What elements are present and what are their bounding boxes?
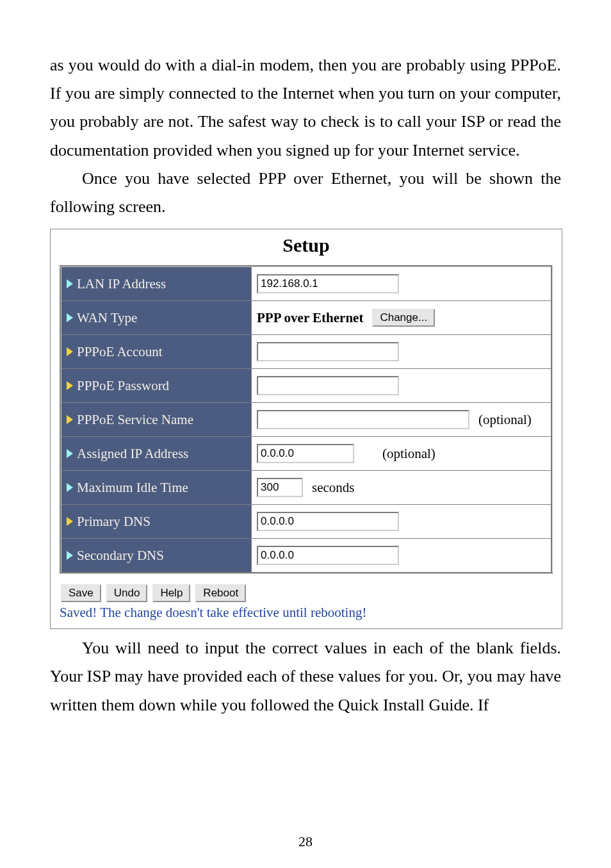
paragraph-1: as you would do with a dial-in modem, th…	[50, 51, 561, 165]
value-assigned-ip: (optional)	[252, 437, 552, 471]
label-wan-type: WAN Type	[61, 301, 252, 335]
label-text: Assigned IP Address	[77, 446, 188, 462]
label-max-idle: Maximum Idle Time	[61, 471, 252, 505]
label-text: WAN Type	[77, 310, 137, 326]
label-text: Maximum Idle Time	[77, 480, 188, 496]
triangle-right-icon	[67, 449, 73, 458]
value-primary-dns	[252, 505, 552, 539]
assigned-ip-input[interactable]	[257, 444, 354, 463]
label-secondary-dns: Secondary DNS	[61, 539, 252, 573]
label-text: Primary DNS	[77, 514, 151, 530]
svg-marker-6	[67, 483, 73, 492]
pppoe-password-input[interactable]	[257, 376, 399, 395]
setup-inner: LAN IP Address WAN Type	[51, 265, 562, 628]
triangle-right-icon	[67, 279, 73, 288]
primary-dns-input[interactable]	[257, 512, 399, 531]
label-primary-dns: Primary DNS	[61, 505, 252, 539]
paragraph-2: Once you have selected PPP over Ethernet…	[50, 165, 561, 221]
value-secondary-dns	[252, 539, 552, 573]
reboot-button[interactable]: Reboot	[195, 584, 246, 602]
row-max-idle: Maximum Idle Time seconds	[61, 471, 552, 505]
svg-marker-2	[67, 347, 73, 356]
save-button[interactable]: Save	[61, 584, 101, 602]
svg-marker-1	[67, 313, 73, 322]
triangle-right-icon	[67, 517, 73, 526]
label-text: Secondary DNS	[77, 548, 164, 564]
triangle-right-icon	[67, 381, 73, 390]
page-number: 28	[0, 833, 611, 850]
label-text: LAN IP Address	[77, 276, 166, 292]
row-primary-dns: Primary DNS	[61, 505, 552, 539]
svg-marker-7	[67, 517, 73, 526]
row-pppoe-password: PPPoE Password	[61, 369, 552, 403]
triangle-right-icon	[67, 551, 73, 560]
label-text: PPPoE Service Name	[77, 412, 193, 428]
setup-title: Setup	[51, 229, 562, 265]
svg-marker-0	[67, 279, 73, 288]
wan-type-value: PPP over Ethernet	[257, 310, 363, 326]
value-pppoe-account	[252, 335, 552, 369]
value-max-idle: seconds	[252, 471, 552, 505]
svg-marker-3	[67, 381, 73, 390]
label-assigned-ip: Assigned IP Address	[61, 437, 252, 471]
undo-button[interactable]: Undo	[106, 584, 148, 602]
row-secondary-dns: Secondary DNS	[61, 539, 552, 573]
pppoe-account-input[interactable]	[257, 342, 399, 361]
label-text: PPPoE Account	[77, 344, 163, 360]
value-pppoe-service: (optional)	[252, 403, 552, 437]
setup-panel: Setup LAN IP Address	[50, 229, 562, 629]
triangle-right-icon	[67, 313, 73, 322]
value-wan-type: PPP over Ethernet Change...	[252, 301, 552, 335]
button-row: Save Undo Help Reboot	[60, 584, 553, 602]
row-pppoe-account: PPPoE Account	[61, 335, 552, 369]
row-lan-ip: LAN IP Address	[61, 266, 552, 301]
optional-text: (optional)	[382, 446, 436, 462]
value-lan-ip	[252, 266, 552, 301]
pppoe-service-input[interactable]	[257, 410, 469, 429]
svg-marker-5	[67, 449, 73, 458]
paragraph-3: You will need to input the correct value…	[50, 634, 561, 719]
seconds-text: seconds	[312, 480, 355, 496]
label-lan-ip: LAN IP Address	[61, 266, 252, 301]
lan-ip-input[interactable]	[257, 274, 399, 293]
row-assigned-ip: Assigned IP Address (optional)	[61, 437, 552, 471]
row-wan-type: WAN Type PPP over Ethernet Change...	[61, 301, 552, 335]
status-message: Saved! The change doesn't take effective…	[60, 605, 553, 621]
max-idle-input[interactable]	[257, 478, 303, 497]
triangle-right-icon	[67, 483, 73, 492]
label-pppoe-password: PPPoE Password	[61, 369, 252, 403]
secondary-dns-input[interactable]	[257, 546, 399, 565]
row-pppoe-service: PPPoE Service Name (optional)	[61, 403, 552, 437]
setup-table: LAN IP Address WAN Type	[60, 265, 553, 574]
label-pppoe-account: PPPoE Account	[61, 335, 252, 369]
change-button[interactable]: Change...	[372, 309, 435, 327]
value-pppoe-password	[252, 369, 552, 403]
triangle-right-icon	[67, 415, 73, 424]
triangle-right-icon	[67, 347, 73, 356]
label-text: PPPoE Password	[77, 378, 169, 394]
help-button[interactable]: Help	[152, 584, 190, 602]
document-page: as you would do with a dial-in modem, th…	[0, 0, 611, 868]
optional-text: (optional)	[478, 412, 532, 428]
svg-marker-4	[67, 415, 73, 424]
svg-marker-8	[67, 551, 73, 560]
label-pppoe-service: PPPoE Service Name	[61, 403, 252, 437]
